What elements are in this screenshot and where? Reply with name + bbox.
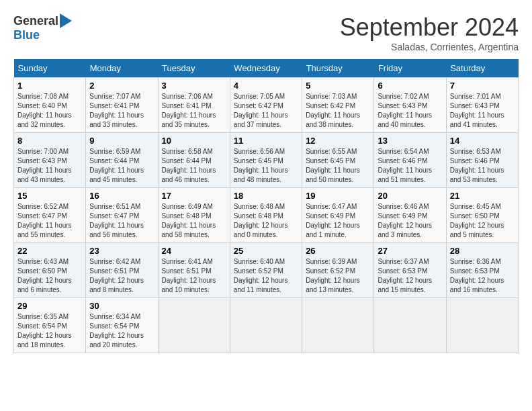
calendar-cell	[302, 298, 374, 353]
logo-arrow-icon	[60, 13, 72, 28]
calendar-cell: 18Sunrise: 6:48 AMSunset: 6:48 PMDayligh…	[230, 188, 302, 243]
day-number: 18	[234, 191, 298, 201]
day-number: 15	[17, 191, 82, 201]
day-info: Sunrise: 6:45 AMSunset: 6:50 PMDaylight:…	[450, 202, 515, 240]
day-info: Sunrise: 6:39 AMSunset: 6:52 PMDaylight:…	[306, 257, 370, 295]
day-number: 25	[234, 246, 298, 256]
day-number: 23	[89, 246, 154, 256]
header-saturday: Saturday	[446, 59, 518, 78]
day-info: Sunrise: 6:35 AMSunset: 6:54 PMDaylight:…	[17, 312, 82, 350]
calendar-cell: 29Sunrise: 6:35 AMSunset: 6:54 PMDayligh…	[14, 298, 86, 353]
day-number: 3	[162, 81, 226, 91]
logo-blue-text: Blue	[13, 28, 40, 42]
day-number: 22	[17, 246, 82, 256]
day-number: 8	[17, 136, 82, 146]
calendar-cell: 16Sunrise: 6:51 AMSunset: 6:47 PMDayligh…	[86, 188, 158, 243]
calendar-cell: 24Sunrise: 6:41 AMSunset: 6:51 PMDayligh…	[158, 243, 230, 298]
calendar-week-row: 15Sunrise: 6:52 AMSunset: 6:47 PMDayligh…	[14, 188, 519, 243]
day-number: 4	[234, 81, 298, 91]
day-number: 11	[234, 136, 298, 146]
day-info: Sunrise: 6:58 AMSunset: 6:44 PMDaylight:…	[162, 147, 226, 185]
calendar-cell: 26Sunrise: 6:39 AMSunset: 6:52 PMDayligh…	[302, 243, 374, 298]
calendar-cell: 25Sunrise: 6:40 AMSunset: 6:52 PMDayligh…	[230, 243, 302, 298]
calendar-week-row: 29Sunrise: 6:35 AMSunset: 6:54 PMDayligh…	[14, 298, 519, 353]
day-number: 13	[378, 136, 442, 146]
day-number: 19	[306, 191, 370, 201]
day-info: Sunrise: 7:08 AMSunset: 6:40 PMDaylight:…	[17, 92, 82, 130]
calendar-cell: 4Sunrise: 7:05 AMSunset: 6:42 PMDaylight…	[230, 78, 302, 133]
day-number: 27	[378, 246, 442, 256]
day-info: Sunrise: 6:54 AMSunset: 6:46 PMDaylight:…	[378, 147, 442, 185]
calendar-cell	[446, 298, 518, 353]
header-wednesday: Wednesday	[230, 59, 302, 78]
title-section: September 2024 Saladas, Corrientes, Arge…	[340, 13, 519, 52]
day-number: 14	[450, 136, 515, 146]
calendar-cell: 21Sunrise: 6:45 AMSunset: 6:50 PMDayligh…	[446, 188, 518, 243]
day-info: Sunrise: 7:00 AMSunset: 6:43 PMDaylight:…	[17, 147, 82, 185]
day-info: Sunrise: 7:06 AMSunset: 6:41 PMDaylight:…	[162, 92, 226, 130]
calendar-cell: 3Sunrise: 7:06 AMSunset: 6:41 PMDaylight…	[158, 78, 230, 133]
calendar-table: Sunday Monday Tuesday Wednesday Thursday…	[13, 59, 519, 353]
header-tuesday: Tuesday	[158, 59, 230, 78]
header-friday: Friday	[374, 59, 446, 78]
calendar-cell: 5Sunrise: 7:03 AMSunset: 6:42 PMDaylight…	[302, 78, 374, 133]
day-info: Sunrise: 7:01 AMSunset: 6:43 PMDaylight:…	[450, 92, 515, 130]
day-info: Sunrise: 6:40 AMSunset: 6:52 PMDaylight:…	[234, 257, 298, 295]
calendar-cell: 9Sunrise: 6:59 AMSunset: 6:44 PMDaylight…	[86, 133, 158, 188]
calendar-week-row: 1Sunrise: 7:08 AMSunset: 6:40 PMDaylight…	[14, 78, 519, 133]
calendar-cell: 11Sunrise: 6:56 AMSunset: 6:45 PMDayligh…	[230, 133, 302, 188]
day-info: Sunrise: 6:34 AMSunset: 6:54 PMDaylight:…	[89, 312, 154, 350]
page-header: General Blue September 2024 Saladas, Cor…	[13, 13, 519, 52]
calendar-cell: 6Sunrise: 7:02 AMSunset: 6:43 PMDaylight…	[374, 78, 446, 133]
month-title: September 2024	[340, 13, 519, 42]
calendar-cell: 7Sunrise: 7:01 AMSunset: 6:43 PMDaylight…	[446, 78, 518, 133]
calendar-cell: 8Sunrise: 7:00 AMSunset: 6:43 PMDaylight…	[14, 133, 86, 188]
day-info: Sunrise: 6:59 AMSunset: 6:44 PMDaylight:…	[89, 147, 154, 185]
calendar-week-row: 22Sunrise: 6:43 AMSunset: 6:50 PMDayligh…	[14, 243, 519, 298]
header-thursday: Thursday	[302, 59, 374, 78]
calendar-cell	[158, 298, 230, 353]
calendar-cell: 28Sunrise: 6:36 AMSunset: 6:53 PMDayligh…	[446, 243, 518, 298]
logo-general-text: General	[13, 14, 58, 28]
calendar-cell: 1Sunrise: 7:08 AMSunset: 6:40 PMDaylight…	[14, 78, 86, 133]
day-info: Sunrise: 6:48 AMSunset: 6:48 PMDaylight:…	[234, 202, 298, 240]
day-info: Sunrise: 6:46 AMSunset: 6:49 PMDaylight:…	[378, 202, 442, 240]
day-info: Sunrise: 7:07 AMSunset: 6:41 PMDaylight:…	[89, 92, 154, 130]
day-info: Sunrise: 6:41 AMSunset: 6:51 PMDaylight:…	[162, 257, 226, 295]
calendar-cell: 27Sunrise: 6:37 AMSunset: 6:53 PMDayligh…	[374, 243, 446, 298]
day-number: 2	[89, 81, 154, 91]
day-info: Sunrise: 6:55 AMSunset: 6:45 PMDaylight:…	[306, 147, 370, 185]
calendar-cell: 17Sunrise: 6:49 AMSunset: 6:48 PMDayligh…	[158, 188, 230, 243]
calendar-cell: 20Sunrise: 6:46 AMSunset: 6:49 PMDayligh…	[374, 188, 446, 243]
day-info: Sunrise: 6:36 AMSunset: 6:53 PMDaylight:…	[450, 257, 515, 295]
day-number: 1	[17, 81, 82, 91]
calendar-cell: 15Sunrise: 6:52 AMSunset: 6:47 PMDayligh…	[14, 188, 86, 243]
day-number: 20	[378, 191, 442, 201]
day-info: Sunrise: 6:43 AMSunset: 6:50 PMDaylight:…	[17, 257, 82, 295]
day-info: Sunrise: 6:37 AMSunset: 6:53 PMDaylight:…	[378, 257, 442, 295]
day-number: 29	[17, 301, 82, 311]
day-number: 21	[450, 191, 515, 201]
day-number: 28	[450, 246, 515, 256]
day-number: 7	[450, 81, 515, 91]
location-subtitle: Saladas, Corrientes, Argentina	[340, 42, 519, 52]
calendar-cell: 23Sunrise: 6:42 AMSunset: 6:51 PMDayligh…	[86, 243, 158, 298]
calendar-cell: 30Sunrise: 6:34 AMSunset: 6:54 PMDayligh…	[86, 298, 158, 353]
calendar-cell: 13Sunrise: 6:54 AMSunset: 6:46 PMDayligh…	[374, 133, 446, 188]
day-number: 30	[89, 301, 154, 311]
calendar-header-row: Sunday Monday Tuesday Wednesday Thursday…	[14, 59, 519, 78]
day-number: 12	[306, 136, 370, 146]
day-info: Sunrise: 7:05 AMSunset: 6:42 PMDaylight:…	[234, 92, 298, 130]
day-number: 6	[378, 81, 442, 91]
day-number: 26	[306, 246, 370, 256]
calendar-cell	[230, 298, 302, 353]
day-info: Sunrise: 6:49 AMSunset: 6:48 PMDaylight:…	[162, 202, 226, 240]
calendar-cell: 19Sunrise: 6:47 AMSunset: 6:49 PMDayligh…	[302, 188, 374, 243]
calendar-cell: 2Sunrise: 7:07 AMSunset: 6:41 PMDaylight…	[86, 78, 158, 133]
day-info: Sunrise: 6:56 AMSunset: 6:45 PMDaylight:…	[234, 147, 298, 185]
day-number: 24	[162, 246, 226, 256]
logo: General Blue	[13, 13, 72, 42]
svg-marker-0	[60, 13, 72, 28]
calendar-cell: 10Sunrise: 6:58 AMSunset: 6:44 PMDayligh…	[158, 133, 230, 188]
header-sunday: Sunday	[14, 59, 86, 78]
